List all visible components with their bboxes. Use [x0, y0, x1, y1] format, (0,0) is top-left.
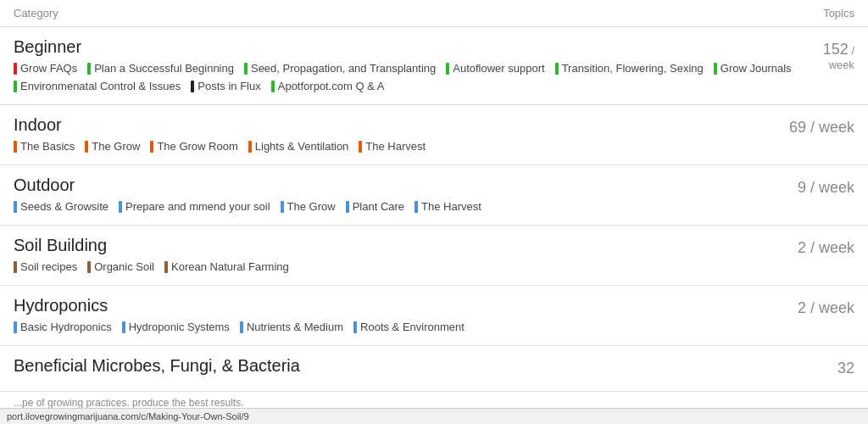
category-column-label: Category	[14, 7, 58, 20]
subcategory-item[interactable]: Environmenatal Control & Issues	[14, 80, 181, 92]
subcategory-item[interactable]: Plant Care	[346, 200, 404, 213]
subcategory-color-bar	[14, 141, 17, 153]
subcategory-color-bar	[191, 81, 194, 92]
subcategory-color-bar	[359, 141, 362, 153]
subcategory-label: Prepare and mmend your soil	[125, 200, 270, 213]
subcategory-label: Nutrients & Medium	[247, 321, 343, 333]
category-name-hydroponics[interactable]: Hydroponics	[14, 296, 781, 315]
category-topics-beneficial-microbes: 32	[837, 356, 854, 377]
subcategory-label: The Harvest	[421, 200, 481, 213]
subcategory-item[interactable]: Plan a Successful Beginning	[87, 62, 234, 75]
category-row-hydroponics[interactable]: HydroponicsBasic HydroponicsHydroponic S…	[0, 286, 868, 346]
subcategory-list-beginner: Grow FAQsPlan a Successful BeginningSeed…	[14, 62, 806, 94]
subcategory-item[interactable]: The Harvest	[415, 200, 481, 213]
subcategory-item[interactable]: The Harvest	[359, 140, 426, 153]
subcategory-item[interactable]: The Grow	[281, 200, 336, 213]
subcategory-color-bar	[87, 63, 91, 75]
subcategory-color-bar	[14, 81, 17, 92]
subcategory-item[interactable]: Organic Soil	[87, 260, 154, 273]
subcategory-color-bar	[14, 201, 17, 213]
subcategory-item[interactable]: Basic Hydroponics	[14, 321, 112, 333]
category-left-hydroponics: HydroponicsBasic HydroponicsHydroponic S…	[14, 296, 781, 335]
subcategory-item[interactable]: Prepare and mmend your soil	[119, 200, 270, 213]
subcategory-item[interactable]: Roots & Environment	[353, 321, 465, 333]
category-left-indoor: IndoorThe BasicsThe GrowThe Grow RoomLig…	[14, 115, 772, 154]
subcategory-color-bar	[555, 63, 559, 75]
table-header: Category Topics	[0, 0, 868, 27]
subcategory-list-soil-building: Soil recipesOrganic SoilKorean Natural F…	[14, 260, 781, 275]
subcategory-label: The Grow	[287, 200, 336, 213]
subcategory-label: Posts in Flux	[198, 80, 260, 92]
category-row-soil-building[interactable]: Soil BuildingSoil recipesOrganic SoilKor…	[0, 226, 868, 286]
subcategory-color-bar	[14, 63, 17, 75]
categories-list: BeginnerGrow FAQsPlan a Successful Begin…	[0, 27, 868, 392]
category-name-indoor[interactable]: Indoor	[14, 115, 772, 135]
category-left-beneficial-microbes: Beneficial Microbes, Fungi, & Bacteria	[14, 356, 821, 381]
subcategory-label: The Grow Room	[157, 140, 237, 153]
category-row-beginner[interactable]: BeginnerGrow FAQsPlan a Successful Begin…	[0, 27, 868, 105]
subcategory-color-bar	[122, 321, 125, 333]
subcategory-color-bar	[87, 261, 91, 273]
category-name-outdoor[interactable]: Outdoor	[14, 176, 781, 195]
subcategory-color-bar	[281, 201, 284, 213]
subcategory-label: Hydroponic Systems	[129, 321, 230, 333]
subcategory-color-bar	[415, 201, 418, 213]
category-row-indoor[interactable]: IndoorThe BasicsThe GrowThe Grow RoomLig…	[0, 105, 868, 165]
subcategory-item[interactable]: Autoflower support	[446, 62, 544, 75]
subcategory-label: Plant Care	[353, 200, 404, 213]
url-bar: port.ilovegrowingmarijuana.com/c/Making-…	[0, 408, 868, 415]
subcategory-label: Autoflower support	[453, 62, 544, 75]
subcategory-label: Roots & Environment	[360, 321, 465, 333]
subcategory-label: Seed, Propagation, and Transplanting	[251, 62, 436, 75]
subcategory-color-bar	[353, 321, 357, 333]
subcategory-list-indoor: The BasicsThe GrowThe Grow RoomLights & …	[14, 140, 772, 154]
subcategory-item[interactable]: Posts in Flux	[191, 80, 260, 92]
subcategory-label: Plan a Successful Beginning	[94, 62, 234, 75]
subcategory-color-bar	[14, 321, 17, 333]
subcategory-label: Grow Journals	[721, 62, 792, 75]
category-topics-beginner: 152 /week	[823, 37, 854, 71]
topics-column-label: Topics	[823, 7, 854, 20]
subcategory-label: Seeds & Growsite	[20, 200, 108, 213]
subcategory-list-hydroponics: Basic HydroponicsHydroponic SystemsNutri…	[14, 321, 781, 335]
subcategory-item[interactable]: Grow Journals	[714, 62, 792, 75]
subcategory-item[interactable]: Lights & Ventilation	[248, 140, 349, 153]
category-topics-outdoor: 9 / week	[798, 176, 854, 197]
subcategory-label: Organic Soil	[94, 260, 154, 273]
subcategory-item[interactable]: Soil recipes	[14, 260, 77, 273]
subcategory-label: Soil recipes	[20, 260, 77, 273]
subcategory-item[interactable]: Hydroponic Systems	[122, 321, 230, 333]
category-topics-soil-building: 2 / week	[798, 236, 854, 257]
subcategory-color-bar	[150, 141, 153, 153]
category-row-outdoor[interactable]: OutdoorSeeds & GrowsitePrepare and mmend…	[0, 165, 868, 226]
subcategory-label: Korean Natural Farming	[171, 260, 289, 273]
subcategory-color-bar	[240, 321, 243, 333]
category-topics-indoor: 69 / week	[789, 115, 854, 137]
category-left-outdoor: OutdoorSeeds & GrowsitePrepare and mmend…	[14, 176, 781, 215]
subcategory-color-bar	[244, 63, 248, 75]
subcategory-item[interactable]: Grow FAQs	[14, 62, 77, 75]
subcategory-item[interactable]: Apotforpot.com Q & A	[271, 80, 385, 92]
subcategory-item[interactable]: The Grow	[85, 140, 140, 153]
subcategory-item[interactable]: The Grow Room	[150, 140, 237, 153]
subcategory-item[interactable]: Nutrients & Medium	[240, 321, 343, 333]
subcategory-label: The Basics	[20, 140, 75, 153]
subcategory-color-bar	[14, 261, 17, 273]
subcategory-item[interactable]: Korean Natural Farming	[164, 260, 289, 273]
subcategory-color-bar	[346, 201, 349, 213]
subcategory-list-outdoor: Seeds & GrowsitePrepare and mmend your s…	[14, 200, 781, 215]
category-topics-hydroponics: 2 / week	[798, 296, 854, 317]
subcategory-item[interactable]: Seeds & Growsite	[14, 200, 108, 213]
category-name-beginner[interactable]: Beginner	[14, 37, 806, 57]
subcategory-label: Grow FAQs	[20, 62, 77, 75]
subcategory-item[interactable]: Transition, Flowering, Sexing	[555, 62, 704, 75]
subcategory-label: Basic Hydroponics	[20, 321, 112, 333]
subcategory-color-bar	[714, 63, 717, 75]
category-left-soil-building: Soil BuildingSoil recipesOrganic SoilKor…	[14, 236, 781, 275]
subcategory-item[interactable]: Seed, Propagation, and Transplanting	[244, 62, 436, 75]
subcategory-label: Transition, Flowering, Sexing	[562, 62, 704, 75]
category-name-beneficial-microbes[interactable]: Beneficial Microbes, Fungi, & Bacteria	[14, 356, 821, 376]
subcategory-item[interactable]: The Basics	[14, 140, 75, 153]
category-row-beneficial-microbes[interactable]: Beneficial Microbes, Fungi, & Bacteria32	[0, 346, 868, 392]
category-name-soil-building[interactable]: Soil Building	[14, 236, 781, 255]
